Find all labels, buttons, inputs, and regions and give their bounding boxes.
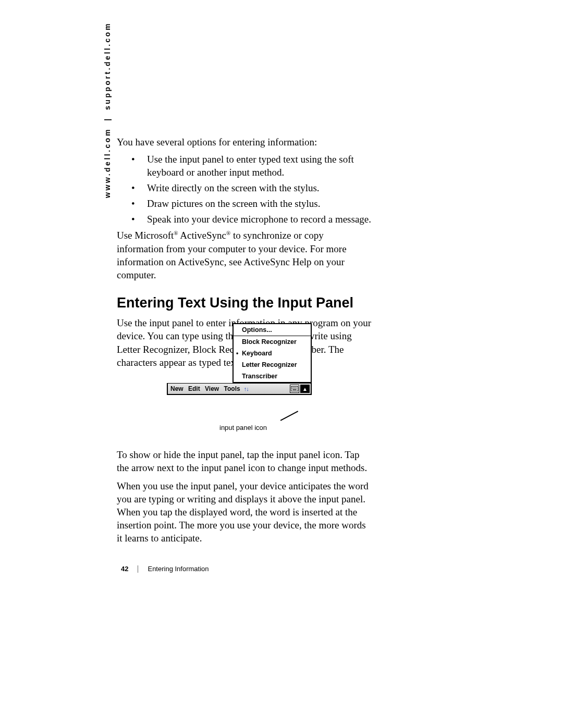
- taskbar-menus: New Edit View Tools: [169, 385, 242, 392]
- sync-arrows-icon[interactable]: ↑↓: [242, 386, 249, 392]
- menu-item-keyboard[interactable]: Keyboard: [234, 348, 311, 359]
- side-url: www.dell.com | support.dell.com: [103, 22, 112, 198]
- bullet-item: Write directly on the screen with the st…: [117, 181, 372, 194]
- svg-rect-6: [292, 388, 292, 389]
- callout-line: [280, 411, 298, 421]
- svg-rect-11: [292, 389, 297, 390]
- footer-section: Entering Information: [148, 565, 209, 573]
- registered-mark: ®: [174, 230, 178, 236]
- menu-item-options[interactable]: Options...: [234, 324, 311, 336]
- lower-paragraph-2: When you use the input panel, your devic…: [117, 479, 372, 545]
- menu-item-letter-recognizer[interactable]: Letter Recognizer: [234, 359, 311, 371]
- footer-divider: [138, 565, 138, 573]
- lower-paragraph-1: To show or hide the input panel, tap the…: [117, 448, 372, 474]
- taskbar-menu-new[interactable]: New: [169, 385, 185, 392]
- taskbar-menu-edit[interactable]: Edit: [187, 385, 202, 392]
- figure: Options... Block Recognizer Keyboard Let…: [167, 323, 312, 395]
- menu-item-block-recognizer[interactable]: Block Recognizer: [234, 336, 311, 348]
- bullet-item: Use the input panel to enter typed text …: [117, 153, 372, 179]
- svg-rect-4: [295, 387, 296, 388]
- sync-paragraph: Use Microsoft® ActiveSync® to synchroniz…: [117, 229, 372, 281]
- svg-rect-2: [293, 387, 293, 388]
- menu-item-transcriber[interactable]: Transcriber: [234, 371, 311, 382]
- side-url-separator: |: [103, 117, 112, 120]
- section-heading: Entering Text Using the Input Panel: [117, 294, 372, 313]
- sync-text-a: Use Microsoft: [117, 230, 174, 241]
- svg-rect-1: [292, 387, 292, 388]
- svg-rect-8: [294, 388, 295, 389]
- page-footer: 42 Entering Information: [121, 565, 209, 573]
- page: www.dell.com | support.dell.com You have…: [0, 0, 563, 728]
- taskbar-menu-view[interactable]: View: [203, 385, 221, 392]
- bullets-list: Use the input panel to enter typed text …: [117, 153, 372, 226]
- side-url-left: www.dell.com: [103, 128, 112, 198]
- side-url-right: support.dell.com: [103, 22, 112, 110]
- content-lower: To show or hide the input panel, tap the…: [117, 448, 372, 550]
- svg-rect-9: [295, 388, 296, 389]
- taskbar-menu-tools[interactable]: Tools: [223, 385, 242, 392]
- svg-rect-7: [293, 388, 293, 389]
- input-method-arrow[interactable]: ▲: [300, 385, 310, 393]
- callout-label: input panel icon: [219, 424, 267, 431]
- svg-rect-10: [296, 388, 297, 389]
- bullet-item: Speak into your device microphone to rec…: [117, 213, 372, 226]
- input-method-menu[interactable]: Options... Block Recognizer Keyboard Let…: [232, 323, 312, 383]
- bullet-item: Draw pictures on the screen with the sty…: [117, 197, 372, 210]
- svg-rect-5: [296, 387, 297, 388]
- input-panel-icon[interactable]: [290, 385, 299, 393]
- intro-paragraph: You have several options for entering in…: [117, 135, 372, 149]
- sync-text-b: ActiveSync: [178, 230, 226, 241]
- svg-rect-3: [294, 387, 295, 388]
- page-number: 42: [121, 565, 128, 573]
- taskbar: New Edit View Tools ↑↓ ▲: [167, 383, 312, 395]
